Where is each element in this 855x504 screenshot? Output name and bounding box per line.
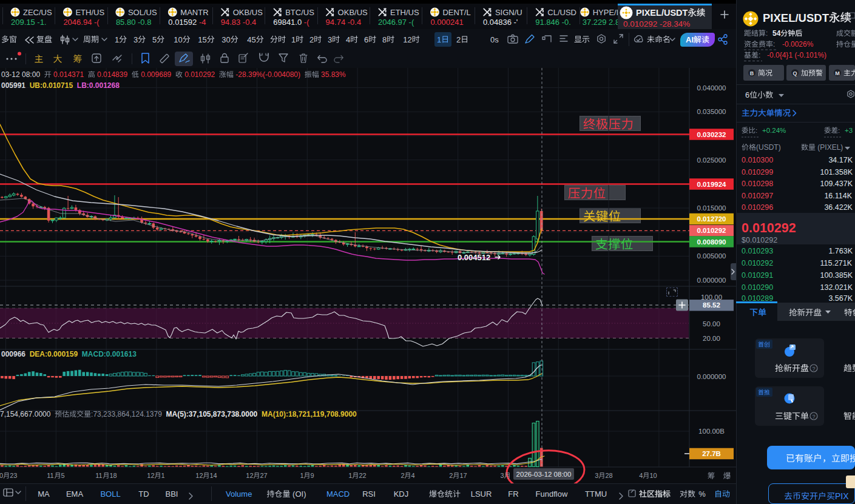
svg-text:B: B (750, 70, 754, 76)
svg-text:(OI): (OI) (292, 489, 306, 499)
svg-text:(PIXEL): (PIXEL) (817, 143, 843, 152)
svg-text:0.040000: 0.040000 (697, 84, 726, 92)
svg-text:ZEC/US: ZEC/US (23, 8, 52, 17)
svg-text:0.010292: 0.010292 (742, 259, 773, 267)
svg-text:2046.94 -(: 2046.94 -( (63, 18, 100, 27)
svg-text:OKB/US: OKB/US (338, 8, 368, 17)
svg-text:2: 2 (309, 35, 314, 44)
svg-text:5: 5 (152, 35, 157, 44)
svg-text:MA(10):18,721,119,708.9000: MA(10):18,721,119,708.9000 (262, 410, 357, 418)
svg-text:Volume: Volume (226, 489, 252, 499)
svg-text:0.005000: 0.005000 (697, 252, 726, 260)
svg-text:LSUR: LSUR (471, 489, 492, 499)
svg-text:28: 28 (605, 472, 612, 479)
svg-text:(USDT): (USDT) (756, 143, 781, 152)
svg-text:0.010292 -28.34%: 0.010292 -28.34% (623, 19, 690, 29)
svg-text:100.00B: 100.00B (698, 428, 725, 435)
svg-text:109.437K: 109.437K (820, 180, 853, 188)
svg-text:4: 4 (639, 472, 643, 479)
svg-text:5: 5 (61, 472, 65, 479)
svg-text:3: 3 (500, 472, 504, 479)
svg-text:PIXEL/USDT: PIXEL/USDT (636, 8, 688, 18)
svg-text:3.567K: 3.567K (828, 294, 853, 303)
svg-text:2026-03-12 08:00: 2026-03-12 08:00 (516, 471, 572, 478)
svg-text:FR: FR (508, 489, 518, 499)
svg-text:LB:0.001268: LB:0.001268 (77, 81, 120, 90)
svg-text:AI: AI (686, 35, 694, 44)
svg-text:0.010290: 0.010290 (742, 283, 773, 292)
svg-text:4: 4 (346, 35, 350, 44)
svg-text:-(: -( (304, 18, 309, 27)
svg-text:2: 2 (456, 35, 461, 44)
svg-text:ETH/US: ETH/US (390, 8, 419, 17)
svg-text:0.035000: 0.035000 (697, 108, 726, 115)
svg-text:0.010289: 0.010289 (742, 294, 773, 303)
svg-text:0.014371: 0.014371 (53, 70, 84, 79)
svg-text:0.009689: 0.009689 (141, 70, 171, 79)
svg-text:0.012720: 0.012720 (697, 215, 726, 223)
svg-text:14: 14 (210, 472, 217, 479)
svg-text:PIX: PIX (835, 491, 849, 501)
svg-text:0.008090: 0.008090 (697, 238, 726, 246)
svg-text::: : (766, 29, 768, 38)
svg-text:+0.24%: +0.24% (762, 127, 786, 134)
svg-text:27.7B: 27.7B (702, 450, 721, 457)
svg-text:0.010292: 0.010292 (697, 227, 726, 234)
svg-text:0.010291: 0.010291 (742, 271, 773, 280)
svg-text:18: 18 (110, 472, 117, 479)
svg-text:0.010298: 0.010298 (742, 180, 773, 188)
svg-text:85.52: 85.52 (703, 301, 720, 309)
svg-text:1: 1 (291, 35, 296, 44)
svg-text:16.114K: 16.114K (824, 192, 852, 200)
svg-text:22: 22 (359, 472, 366, 479)
svg-text:03-12 08:00: 03-12 08:00 (1, 70, 40, 79)
svg-text:Q: Q (793, 70, 797, 76)
svg-text:36.422K: 36.422K (824, 203, 853, 212)
svg-text:-0.0026%: -0.0026% (782, 40, 814, 49)
svg-text:-0.0: -0.0 (767, 51, 780, 59)
svg-text:12: 12 (195, 472, 203, 479)
svg-text:KDJ: KDJ (394, 489, 409, 499)
svg-text:115.271K: 115.271K (820, 259, 853, 267)
svg-text:12: 12 (147, 472, 154, 479)
svg-text:-28.39%(-0.004080): -28.39%(-0.004080) (235, 70, 300, 79)
svg-text:CL/USD: CL/USD (547, 8, 576, 17)
svg-text:1.763K: 1.763K (828, 247, 853, 255)
svg-text:M: M (835, 70, 840, 76)
svg-text:50.00: 50.00 (703, 320, 720, 328)
svg-text::: : (759, 51, 760, 59)
svg-text:37.229 2.8: 37.229 2.8 (583, 18, 620, 27)
svg-text:0.000241: 0.000241 (430, 18, 463, 27)
svg-text:0.010297: 0.010297 (742, 192, 773, 200)
svg-text:OKB/US: OKB/US (233, 8, 263, 17)
svg-text:2046.97 -(: 2046.97 -( (378, 18, 414, 27)
svg-text:100.385K: 100.385K (820, 271, 853, 280)
svg-text:209.15 -1.: 209.15 -1. (11, 18, 47, 27)
svg-text:UB:0.010715: UB:0.010715 (30, 81, 73, 90)
svg-text:34.17K: 34.17K (828, 156, 853, 164)
svg-text:7,154,667.0000: 7,154,667.0000 (0, 410, 51, 418)
svg-text:69841.0: 69841.0 (273, 18, 302, 27)
svg-text:3: 3 (328, 35, 332, 44)
svg-text:1: 1 (348, 472, 352, 479)
svg-text:1: 1 (437, 35, 441, 44)
svg-text:DEA:0.000159: DEA:0.000159 (30, 350, 78, 358)
svg-text:23: 23 (10, 472, 17, 479)
svg-text:TTMU: TTMU (585, 489, 607, 499)
svg-text:30: 30 (221, 35, 230, 44)
svg-text:MACD: MACD (326, 489, 350, 499)
svg-text:1: 1 (300, 472, 303, 479)
svg-text:4: 4 (411, 472, 415, 479)
svg-text:11: 11 (47, 472, 53, 479)
svg-text:-4: -4 (199, 18, 206, 27)
svg-text:0.010292: 0.010292 (184, 70, 215, 79)
svg-text:11: 11 (95, 472, 102, 479)
svg-text:54: 54 (772, 29, 781, 38)
svg-text:45: 45 (247, 35, 255, 44)
svg-text:27: 27 (260, 472, 268, 479)
svg-text:SOL/US: SOL/US (128, 8, 157, 17)
svg-text:1: 1 (161, 472, 165, 479)
svg-text:DENT/L: DENT/L (442, 8, 470, 17)
svg-text:MA: MA (38, 489, 50, 499)
svg-text:RSI: RSI (362, 489, 376, 499)
